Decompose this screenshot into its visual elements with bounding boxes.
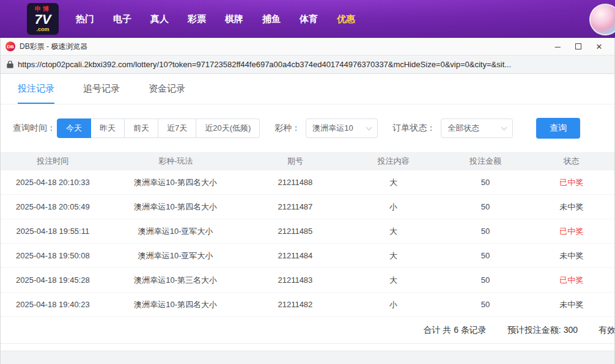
table-row: 2025-04-18 20:05:49 澳洲幸运10-第四名大小 2121148… — [1, 195, 614, 219]
issue-number: 21211482 — [246, 300, 345, 309]
time-option-20days[interactable]: 近20天(低频) — [196, 118, 260, 138]
summary-total: 合计 共 6 条记录 — [423, 325, 486, 336]
nav-item-promo[interactable]: 优惠 — [337, 13, 355, 25]
issue-number: 21211485 — [246, 227, 345, 236]
table-row: 2025-04-18 19:50:08 澳洲幸运10-亚军大小 21211484… — [1, 244, 614, 268]
lottery-play: 澳洲幸运10-第四名大小 — [105, 202, 246, 213]
lock-icon — [7, 60, 13, 68]
tab-fund-records[interactable]: 资金记录 — [149, 74, 185, 104]
header-bet-amount: 投注金额 — [443, 156, 529, 167]
nav-item-sports[interactable]: 体育 — [300, 13, 318, 25]
url-text: https://ctop02pcali.2kbxi392.com/lottery… — [18, 60, 511, 69]
bet-amount: 50 — [443, 300, 529, 309]
search-button[interactable]: 查询 — [536, 118, 580, 139]
issue-number: 21211488 — [246, 178, 345, 187]
summary-bar: 合计 共 6 条记录 预计投注金额: 300 有效投注金额 — [1, 317, 614, 344]
bet-amount: 50 — [443, 275, 529, 285]
logo-top-text: 申博 — [35, 6, 51, 12]
table-row: 2025-04-18 19:55:11 澳洲幸运10-亚军大小 21211485… — [1, 219, 614, 244]
bet-amount: 50 — [443, 202, 529, 211]
nav-item-cards[interactable]: 棋牌 — [225, 13, 243, 25]
filter-bar: 查询时间： 今天 昨天 前天 近7天 近20天(低频) 彩种： 澳洲幸运10 订… — [1, 104, 614, 152]
nav-item-hot[interactable]: 热门 — [76, 13, 94, 25]
bet-time: 2025-04-18 19:45:28 — [1, 275, 105, 285]
browser-window: DB DB彩票 - 极速浏览器 ─ ✕ https://ctop02pcali.… — [0, 38, 615, 364]
bet-time: 2025-04-18 19:40:23 — [1, 300, 105, 309]
lottery-select-value: 澳洲幸运10 — [312, 123, 353, 134]
bottom-strip — [1, 351, 614, 364]
bet-amount: 50 — [443, 178, 529, 187]
maximize-icon[interactable] — [568, 39, 589, 54]
logo-sub-text: .com — [36, 27, 49, 32]
lottery-play: 澳洲幸运10-亚军大小 — [105, 226, 246, 237]
browser-titlebar: DB DB彩票 - 极速浏览器 ─ ✕ — [1, 38, 614, 56]
nav-item-live[interactable]: 真人 — [150, 13, 169, 25]
address-bar[interactable]: https://ctop02pcali.2kbxi392.com/lottery… — [1, 56, 614, 74]
bet-content: 小 — [344, 202, 443, 213]
bet-content: 大 — [344, 177, 443, 188]
bet-records-table: 投注时间 彩种-玩法 期号 投注内容 投注金额 状态 2025-04-18 20… — [1, 152, 614, 317]
order-status-value: 全部状态 — [447, 123, 479, 134]
time-filter-label: 查询时间： — [13, 123, 56, 134]
status-filter-label: 订单状态： — [392, 123, 435, 134]
header-status: 状态 — [528, 156, 614, 167]
issue-number: 21211484 — [246, 251, 345, 260]
site-header: 申博 7V .com 热门 电子 真人 彩票 棋牌 捕鱼 体育 优惠 — [0, 0, 615, 38]
time-range-segmented: 今天 昨天 前天 近7天 近20天(低频) — [57, 118, 260, 138]
logo-main-text: 7V — [35, 13, 51, 26]
lottery-play: 澳洲幸运10-第四名大小 — [105, 299, 246, 310]
table-header: 投注时间 彩种-玩法 期号 投注内容 投注金额 状态 — [1, 152, 614, 170]
bet-time: 2025-04-18 19:55:11 — [1, 227, 105, 236]
chevron-down-icon — [501, 124, 507, 130]
tab-bet-records[interactable]: 投注记录 — [18, 74, 54, 104]
time-option-yesterday[interactable]: 昨天 — [90, 118, 125, 138]
lottery-select[interactable]: 澳洲幸运10 — [306, 118, 378, 138]
bet-content: 大 — [344, 226, 443, 237]
record-tabs: 投注记录 追号记录 资金记录 — [1, 74, 614, 104]
tab-chase-records[interactable]: 追号记录 — [83, 74, 120, 104]
header-bet-time: 投注时间 — [1, 156, 105, 167]
user-avatar[interactable] — [589, 4, 615, 35]
main-nav: 热门 电子 真人 彩票 棋牌 捕鱼 体育 优惠 — [76, 13, 355, 25]
browser-app-icon: DB — [6, 42, 15, 51]
window-title: DB彩票 - 极速浏览器 — [20, 42, 547, 52]
close-icon[interactable]: ✕ — [589, 39, 609, 54]
site-logo[interactable]: 申博 7V .com — [27, 3, 59, 35]
header-lottery-play: 彩种-玩法 — [105, 156, 246, 167]
bet-time: 2025-04-18 20:10:33 — [1, 178, 105, 187]
window-controls: ─ ✕ — [547, 39, 609, 54]
time-option-day-before[interactable]: 前天 — [124, 118, 158, 138]
status-badge: 未中奖 — [528, 299, 614, 310]
lottery-filter-label: 彩种： — [274, 123, 300, 134]
bet-content: 大 — [344, 275, 443, 286]
status-badge: 已中奖 — [528, 226, 614, 237]
lottery-play: 澳洲幸运10-亚军大小 — [105, 250, 246, 261]
bet-time: 2025-04-18 19:50:08 — [1, 251, 105, 260]
table-row: 2025-04-18 19:45:28 澳洲幸运10-第三名大小 2121148… — [1, 268, 614, 293]
status-badge: 未中奖 — [528, 250, 614, 261]
bet-time: 2025-04-18 20:05:49 — [1, 202, 105, 211]
nav-item-lottery[interactable]: 彩票 — [188, 13, 206, 25]
bet-content: 小 — [344, 299, 443, 310]
nav-item-slots[interactable]: 电子 — [113, 13, 131, 25]
status-badge: 已中奖 — [528, 177, 614, 188]
header-bet-content: 投注内容 — [344, 156, 443, 167]
table-row: 2025-04-18 19:40:23 澳洲幸运10-第四名大小 2121148… — [1, 293, 614, 317]
header-issue: 期号 — [246, 156, 345, 167]
bet-amount: 50 — [443, 227, 529, 236]
time-option-today[interactable]: 今天 — [57, 118, 91, 138]
bet-amount: 50 — [443, 251, 529, 260]
order-status-select[interactable]: 全部状态 — [441, 118, 513, 138]
table-row: 2025-04-18 20:10:33 澳洲幸运10-第四名大小 2121148… — [1, 170, 614, 195]
summary-valid-amount: 有效投注金额 — [598, 325, 614, 336]
maximize-glyph — [575, 43, 581, 49]
status-badge: 已中奖 — [528, 275, 614, 286]
lottery-play: 澳洲幸运10-第三名大小 — [105, 275, 246, 286]
minimize-icon[interactable]: ─ — [547, 39, 568, 54]
page-content: 投注记录 追号记录 资金记录 查询时间： 今天 昨天 前天 近7天 近20天(低… — [1, 74, 614, 364]
time-option-7days[interactable]: 近7天 — [158, 118, 196, 138]
issue-number: 21211483 — [246, 275, 345, 285]
issue-number: 21211487 — [246, 202, 345, 211]
nav-item-fishing[interactable]: 捕鱼 — [262, 13, 281, 25]
summary-expected-amount: 预计投注金额: 300 — [507, 325, 578, 336]
